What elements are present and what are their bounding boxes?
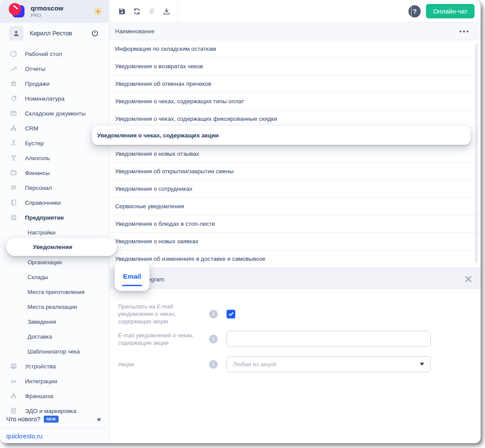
- vertical-scrollbar[interactable]: [475, 44, 478, 262]
- info-icon[interactable]: i: [209, 335, 218, 343]
- sidebar-item-integrations[interactable]: ∞ Интеграции: [0, 374, 109, 388]
- table-row[interactable]: Уведомления об изменениях в доставке и с…: [109, 250, 481, 268]
- sidebar-item-sales[interactable]: Продажи: [0, 76, 109, 91]
- table-header: Наименование: [109, 23, 481, 40]
- info-icon[interactable]: i: [209, 310, 218, 318]
- infinity-icon: ∞: [10, 377, 17, 385]
- sidebar-item-finance[interactable]: Финансы: [0, 165, 109, 180]
- app-logo: [9, 3, 26, 20]
- refresh-button[interactable]: [129, 4, 144, 19]
- table-rows: Информация по складским остаткам Уведомл…: [109, 40, 481, 268]
- download-button[interactable]: [159, 4, 174, 19]
- sidebar-item-dashboard[interactable]: Рабочий стол: [0, 46, 109, 61]
- column-header-name: Наименование: [115, 28, 154, 35]
- sidebar-item-directories[interactable]: Справочники: [0, 195, 109, 210]
- dropdown-caret-icon: [420, 363, 424, 366]
- field-label: Акции: [118, 360, 206, 368]
- online-chat-button[interactable]: Онлайн-чат: [426, 4, 475, 18]
- table-row[interactable]: Уведомления об открытии/закрытии смены: [109, 163, 481, 180]
- table-row[interactable]: Уведомления о блюдах в стоп-листе: [109, 215, 481, 233]
- table-row[interactable]: Уведомления о чеках, содержащих фиксиров…: [109, 110, 481, 128]
- table-row[interactable]: Сервисные уведомления: [109, 198, 481, 215]
- user-avatar-icon: [9, 26, 24, 41]
- table-row[interactable]: Информация по складским остаткам: [109, 40, 481, 58]
- table-row[interactable]: Уведомления о сотрудниках: [109, 180, 481, 198]
- wallet-icon: [10, 169, 17, 177]
- table-menu-dots-icon[interactable]: [460, 31, 468, 32]
- close-panel-icon[interactable]: [464, 275, 473, 284]
- notification-panel-tabs: Telegram: [109, 268, 481, 289]
- table-row[interactable]: Уведомления о чеках, содержащих типы опл…: [109, 93, 481, 110]
- basket-icon: [10, 80, 17, 88]
- brand-plan: PRO: [31, 13, 93, 18]
- new-badge: NEW: [44, 416, 58, 423]
- logout-power-icon[interactable]: [91, 29, 99, 38]
- form-row-send-email: Присылать на E-mail уведомления о чеках,…: [118, 303, 235, 325]
- app-window: qrmoscow PRO Кирилл Рестов: [0, 0, 481, 443]
- save-button[interactable]: [115, 4, 129, 19]
- brand-name: qrmoscow: [31, 5, 93, 12]
- copy-button[interactable]: [144, 4, 159, 19]
- book-icon: [10, 199, 17, 206]
- chart-icon: [10, 65, 17, 73]
- table-row[interactable]: Уведомления о новых отзывах: [109, 145, 481, 163]
- collapse-sidebar-icon[interactable]: «: [97, 415, 101, 424]
- sidebar-subitem-delivery[interactable]: Доставка: [0, 329, 109, 344]
- table-row[interactable]: Уведомления об отменах пречеков: [109, 75, 481, 93]
- sidebar-subitem-settings[interactable]: Настройки: [0, 225, 109, 240]
- whats-new-row: Что нового? NEW «: [0, 413, 109, 426]
- sidebar-item-devices[interactable]: Устройства: [0, 359, 109, 374]
- form-row-promotions: Акции i Любая из акций: [118, 356, 431, 372]
- franchise-network-icon: [10, 392, 17, 400]
- sidebar-item-enterprise[interactable]: Предприятие: [0, 210, 109, 225]
- theme-sun-icon[interactable]: [93, 7, 103, 16]
- email-input[interactable]: [227, 331, 431, 347]
- table-row[interactable]: Уведомления о новых заявках: [109, 233, 481, 250]
- notification-panel-body: Присылать на E-mail уведомления о чеках,…: [109, 289, 481, 443]
- tab-email-active[interactable]: Email: [115, 262, 150, 291]
- table-row-highlighted[interactable]: Уведомления о чеках, содержащих акции: [92, 126, 471, 145]
- sidebar-subitem-receipt-template[interactable]: Шаблонизатор чека: [0, 344, 109, 359]
- sidebar-item-franchise[interactable]: Франшиза: [0, 388, 109, 403]
- table-row[interactable]: Уведомления о возвратах чеков: [109, 58, 481, 75]
- whats-new-link[interactable]: Что нового?: [6, 416, 40, 423]
- sidebar-item-warehouse-docs[interactable]: Складские документы: [0, 106, 109, 121]
- form-row-email: E-mail уведомлений о чеках, содержащие а…: [118, 331, 431, 347]
- dashboard-icon: [10, 50, 17, 58]
- people-icon: [10, 184, 17, 192]
- sidebar-subitem-notifications-active[interactable]: Уведомления: [6, 238, 117, 256]
- toolbar: ? Онлайн-чат: [109, 0, 481, 23]
- joystick-icon: [10, 139, 17, 147]
- storefront-icon: [10, 214, 17, 221]
- sidebar-subitem-organizations[interactable]: Организации: [0, 255, 109, 270]
- sidebar-subitem-venues[interactable]: Заведения: [0, 314, 109, 329]
- main-area: ? Онлайн-чат Наименование Информация по …: [109, 0, 481, 443]
- sidebar-item-reports[interactable]: Отчеты: [0, 61, 109, 76]
- sidebar-subitem-prep-places[interactable]: Места приготовления: [0, 284, 109, 299]
- sidebar: qrmoscow PRO Кирилл Рестов: [0, 0, 109, 443]
- sidebar-menu: Рабочий стол Отчеты Продажи Номенклатура…: [0, 44, 109, 418]
- sidebar-subitem-sale-places[interactable]: Места реализации: [0, 299, 109, 314]
- info-icon[interactable]: i: [209, 360, 218, 369]
- tag-icon: [10, 94, 17, 102]
- active-tab-underline: [122, 285, 142, 286]
- select-placeholder: Любая из акций: [233, 361, 276, 368]
- sidebar-subitem-warehouses[interactable]: Склады: [0, 270, 109, 284]
- quickresto-link[interactable]: quickresto.ru: [6, 433, 42, 440]
- user-row: Кирилл Рестов: [0, 23, 109, 44]
- sidebar-header: qrmoscow PRO: [0, 0, 109, 23]
- field-label: Присылать на E-mail уведомления о чеках,…: [118, 303, 206, 325]
- user-name: Кирилл Рестов: [30, 30, 91, 37]
- send-email-checkbox[interactable]: [227, 310, 235, 318]
- help-button[interactable]: ?: [408, 5, 421, 18]
- printer-icon: [10, 362, 17, 370]
- martini-glass-icon: [10, 154, 17, 162]
- field-label: E-mail уведомлений о чеках, содержащие а…: [118, 332, 206, 346]
- sidebar-item-personnel[interactable]: Персонал: [0, 180, 109, 195]
- box-icon: [10, 109, 17, 117]
- sidebar-item-nomenclature[interactable]: Номенклатура: [0, 91, 109, 106]
- promotions-select[interactable]: Любая из акций: [227, 356, 431, 372]
- org-chart-icon: [10, 124, 17, 132]
- sidebar-item-alcohol[interactable]: Алкоголь: [0, 150, 109, 165]
